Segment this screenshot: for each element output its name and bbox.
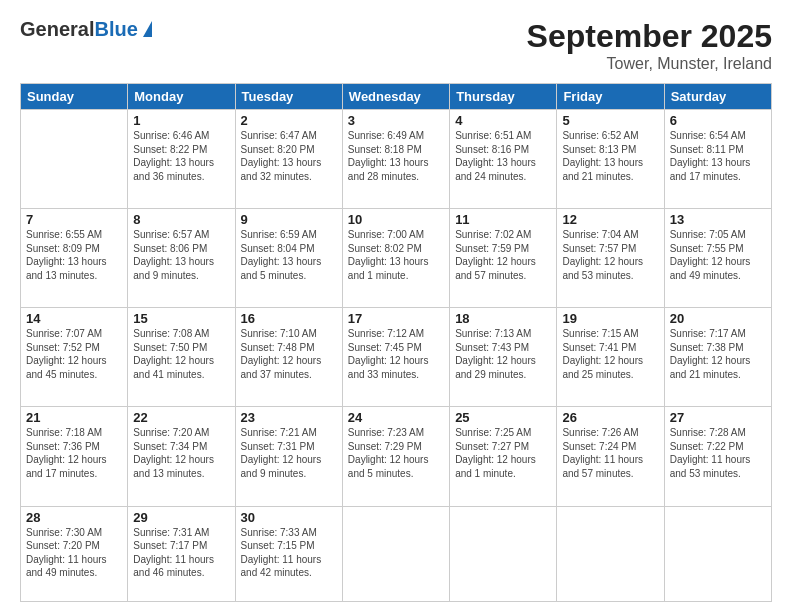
calendar-cell: 30Sunrise: 7:33 AMSunset: 7:15 PMDayligh… <box>235 506 342 601</box>
calendar-cell: 27Sunrise: 7:28 AMSunset: 7:22 PMDayligh… <box>664 407 771 506</box>
day-info: Sunrise: 6:55 AMSunset: 8:09 PMDaylight:… <box>26 228 122 282</box>
calendar-cell: 6Sunrise: 6:54 AMSunset: 8:11 PMDaylight… <box>664 110 771 209</box>
calendar-cell: 9Sunrise: 6:59 AMSunset: 8:04 PMDaylight… <box>235 209 342 308</box>
calendar-cell: 18Sunrise: 7:13 AMSunset: 7:43 PMDayligh… <box>450 308 557 407</box>
calendar-cell: 29Sunrise: 7:31 AMSunset: 7:17 PMDayligh… <box>128 506 235 601</box>
day-info: Sunrise: 7:28 AMSunset: 7:22 PMDaylight:… <box>670 426 766 480</box>
day-number: 29 <box>133 510 229 525</box>
day-info: Sunrise: 7:20 AMSunset: 7:34 PMDaylight:… <box>133 426 229 480</box>
day-number: 17 <box>348 311 444 326</box>
calendar-cell: 21Sunrise: 7:18 AMSunset: 7:36 PMDayligh… <box>21 407 128 506</box>
day-info: Sunrise: 7:12 AMSunset: 7:45 PMDaylight:… <box>348 327 444 381</box>
calendar-cell: 23Sunrise: 7:21 AMSunset: 7:31 PMDayligh… <box>235 407 342 506</box>
day-info: Sunrise: 7:13 AMSunset: 7:43 PMDaylight:… <box>455 327 551 381</box>
logo-triangle-icon <box>143 21 152 37</box>
day-number: 1 <box>133 113 229 128</box>
calendar-week-row-2: 7Sunrise: 6:55 AMSunset: 8:09 PMDaylight… <box>21 209 772 308</box>
calendar-header-row: Sunday Monday Tuesday Wednesday Thursday… <box>21 84 772 110</box>
day-info: Sunrise: 7:02 AMSunset: 7:59 PMDaylight:… <box>455 228 551 282</box>
calendar-cell: 16Sunrise: 7:10 AMSunset: 7:48 PMDayligh… <box>235 308 342 407</box>
calendar-cell: 7Sunrise: 6:55 AMSunset: 8:09 PMDaylight… <box>21 209 128 308</box>
calendar-cell: 25Sunrise: 7:25 AMSunset: 7:27 PMDayligh… <box>450 407 557 506</box>
day-number: 9 <box>241 212 337 227</box>
day-number: 4 <box>455 113 551 128</box>
calendar-cell: 24Sunrise: 7:23 AMSunset: 7:29 PMDayligh… <box>342 407 449 506</box>
day-info: Sunrise: 7:00 AMSunset: 8:02 PMDaylight:… <box>348 228 444 282</box>
day-info: Sunrise: 6:52 AMSunset: 8:13 PMDaylight:… <box>562 129 658 183</box>
day-number: 23 <box>241 410 337 425</box>
calendar-week-row-1: 1Sunrise: 6:46 AMSunset: 8:22 PMDaylight… <box>21 110 772 209</box>
day-info: Sunrise: 7:25 AMSunset: 7:27 PMDaylight:… <box>455 426 551 480</box>
header: GeneralBlue September 2025 Tower, Munste… <box>20 18 772 73</box>
day-info: Sunrise: 7:17 AMSunset: 7:38 PMDaylight:… <box>670 327 766 381</box>
calendar-cell <box>664 506 771 601</box>
logo-blue: Blue <box>94 18 137 40</box>
col-tuesday: Tuesday <box>235 84 342 110</box>
day-number: 12 <box>562 212 658 227</box>
day-number: 22 <box>133 410 229 425</box>
day-number: 26 <box>562 410 658 425</box>
day-number: 18 <box>455 311 551 326</box>
calendar-cell: 17Sunrise: 7:12 AMSunset: 7:45 PMDayligh… <box>342 308 449 407</box>
calendar-week-row-3: 14Sunrise: 7:07 AMSunset: 7:52 PMDayligh… <box>21 308 772 407</box>
calendar-cell: 22Sunrise: 7:20 AMSunset: 7:34 PMDayligh… <box>128 407 235 506</box>
col-monday: Monday <box>128 84 235 110</box>
day-number: 8 <box>133 212 229 227</box>
day-number: 15 <box>133 311 229 326</box>
day-info: Sunrise: 7:05 AMSunset: 7:55 PMDaylight:… <box>670 228 766 282</box>
day-info: Sunrise: 7:15 AMSunset: 7:41 PMDaylight:… <box>562 327 658 381</box>
day-info: Sunrise: 7:18 AMSunset: 7:36 PMDaylight:… <box>26 426 122 480</box>
day-info: Sunrise: 7:21 AMSunset: 7:31 PMDaylight:… <box>241 426 337 480</box>
day-number: 2 <box>241 113 337 128</box>
day-number: 6 <box>670 113 766 128</box>
calendar-cell: 19Sunrise: 7:15 AMSunset: 7:41 PMDayligh… <box>557 308 664 407</box>
day-info: Sunrise: 7:26 AMSunset: 7:24 PMDaylight:… <box>562 426 658 480</box>
col-friday: Friday <box>557 84 664 110</box>
day-number: 14 <box>26 311 122 326</box>
day-info: Sunrise: 7:31 AMSunset: 7:17 PMDaylight:… <box>133 526 229 580</box>
day-info: Sunrise: 7:07 AMSunset: 7:52 PMDaylight:… <box>26 327 122 381</box>
day-number: 3 <box>348 113 444 128</box>
day-number: 10 <box>348 212 444 227</box>
calendar-table: Sunday Monday Tuesday Wednesday Thursday… <box>20 83 772 602</box>
page-subtitle: Tower, Munster, Ireland <box>527 55 772 73</box>
calendar-cell: 1Sunrise: 6:46 AMSunset: 8:22 PMDaylight… <box>128 110 235 209</box>
col-saturday: Saturday <box>664 84 771 110</box>
day-info: Sunrise: 6:47 AMSunset: 8:20 PMDaylight:… <box>241 129 337 183</box>
day-number: 27 <box>670 410 766 425</box>
calendar-cell <box>450 506 557 601</box>
calendar-cell: 12Sunrise: 7:04 AMSunset: 7:57 PMDayligh… <box>557 209 664 308</box>
logo-text: GeneralBlue <box>20 18 152 41</box>
day-info: Sunrise: 6:51 AMSunset: 8:16 PMDaylight:… <box>455 129 551 183</box>
logo-general: General <box>20 18 94 40</box>
title-block: September 2025 Tower, Munster, Ireland <box>527 18 772 73</box>
calendar-cell: 20Sunrise: 7:17 AMSunset: 7:38 PMDayligh… <box>664 308 771 407</box>
day-number: 7 <box>26 212 122 227</box>
day-number: 11 <box>455 212 551 227</box>
calendar-cell <box>21 110 128 209</box>
calendar-cell: 13Sunrise: 7:05 AMSunset: 7:55 PMDayligh… <box>664 209 771 308</box>
calendar-week-row-4: 21Sunrise: 7:18 AMSunset: 7:36 PMDayligh… <box>21 407 772 506</box>
day-info: Sunrise: 6:46 AMSunset: 8:22 PMDaylight:… <box>133 129 229 183</box>
col-thursday: Thursday <box>450 84 557 110</box>
day-number: 24 <box>348 410 444 425</box>
logo: GeneralBlue <box>20 18 152 41</box>
calendar-cell: 14Sunrise: 7:07 AMSunset: 7:52 PMDayligh… <box>21 308 128 407</box>
calendar-week-row-5: 28Sunrise: 7:30 AMSunset: 7:20 PMDayligh… <box>21 506 772 601</box>
day-number: 19 <box>562 311 658 326</box>
calendar-cell: 10Sunrise: 7:00 AMSunset: 8:02 PMDayligh… <box>342 209 449 308</box>
calendar-cell: 4Sunrise: 6:51 AMSunset: 8:16 PMDaylight… <box>450 110 557 209</box>
calendar-cell: 26Sunrise: 7:26 AMSunset: 7:24 PMDayligh… <box>557 407 664 506</box>
calendar-cell: 15Sunrise: 7:08 AMSunset: 7:50 PMDayligh… <box>128 308 235 407</box>
day-number: 28 <box>26 510 122 525</box>
day-number: 21 <box>26 410 122 425</box>
calendar-cell: 28Sunrise: 7:30 AMSunset: 7:20 PMDayligh… <box>21 506 128 601</box>
day-info: Sunrise: 6:49 AMSunset: 8:18 PMDaylight:… <box>348 129 444 183</box>
page: GeneralBlue September 2025 Tower, Munste… <box>0 0 792 612</box>
calendar-cell <box>557 506 664 601</box>
day-number: 20 <box>670 311 766 326</box>
calendar-cell: 11Sunrise: 7:02 AMSunset: 7:59 PMDayligh… <box>450 209 557 308</box>
calendar-cell: 8Sunrise: 6:57 AMSunset: 8:06 PMDaylight… <box>128 209 235 308</box>
calendar-cell: 2Sunrise: 6:47 AMSunset: 8:20 PMDaylight… <box>235 110 342 209</box>
day-number: 30 <box>241 510 337 525</box>
